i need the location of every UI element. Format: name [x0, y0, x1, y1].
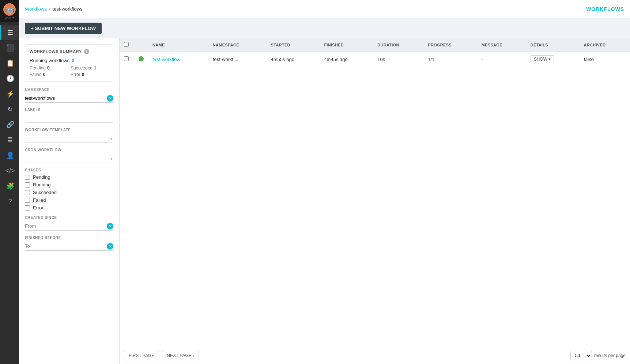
cron-workflow-select[interactable]	[25, 154, 113, 163]
namespace-input[interactable]	[25, 94, 113, 103]
col-status	[134, 38, 148, 52]
phase-failed[interactable]: Failed	[25, 197, 113, 203]
created-since-label: CREATED SINCE	[25, 216, 113, 220]
col-duration: DURATION	[373, 38, 423, 52]
puzzle-icon: 🧩	[6, 182, 14, 190]
phase-running-checkbox[interactable]	[25, 182, 30, 187]
finished-before-input[interactable]	[25, 242, 113, 251]
row-checkbox[interactable]	[124, 56, 129, 61]
stat-failed: Failed 0	[30, 72, 68, 77]
row-name: first-workflow	[148, 52, 208, 67]
namespace-clear-button[interactable]: ✕	[107, 95, 113, 102]
sidebar-item-list[interactable]: ≣	[0, 133, 19, 147]
labels-input-wrap	[25, 114, 113, 123]
created-since-input-wrap: ✕	[25, 222, 113, 231]
phases-list: Pending Running Succeeded Failed	[25, 174, 113, 211]
submit-workflow-button[interactable]: + SUBMIT NEW WORKFLOW	[25, 23, 102, 34]
sidebar-item-clock[interactable]: 🕐	[0, 71, 19, 86]
workflow-template-filter: WORKFLOW TEMPLATE ▼	[25, 128, 113, 143]
breadcrumb: Workflows / test-workflows	[25, 6, 83, 12]
namespace-filter: NAMESPACE ✕	[25, 88, 113, 103]
phases-filter: PHASES Pending Running Succeeded	[25, 168, 113, 211]
phase-error[interactable]: Error	[25, 205, 113, 211]
cron-workflow-label: CRON WORKFLOW	[25, 148, 113, 152]
dashboard-icon: ⬛	[6, 44, 14, 52]
labels-filter-label: LABELS	[25, 108, 113, 112]
sidebar-item-user[interactable]: 👤	[0, 148, 19, 163]
results-per-page-label: results per page	[594, 353, 626, 358]
finished-before-filter: FINISHED BEFORE ✕	[25, 236, 113, 251]
created-since-clear-button[interactable]: ✕	[107, 223, 113, 230]
main-content: Workflows / test-workflows WORKFLOWS + S…	[19, 0, 630, 364]
phase-pending-checkbox[interactable]	[25, 175, 30, 180]
left-panel: WORKFLOWS SUMMARY i Running workflows 0 …	[19, 38, 120, 364]
pagination-left: FIRST PAGE NEXT PAGE ›	[124, 351, 199, 360]
col-details: DETAILS	[526, 38, 580, 52]
created-since-input[interactable]	[25, 222, 113, 231]
sidebar-item-events[interactable]: 📋	[0, 56, 19, 71]
sidebar-item-signals[interactable]: ⚡	[0, 87, 19, 101]
phase-running[interactable]: Running	[25, 182, 113, 187]
phase-error-label: Error	[33, 205, 44, 211]
next-page-button[interactable]: NEXT PAGE ›	[162, 351, 199, 360]
col-message: MESSAGE	[477, 38, 526, 52]
sidebar-item-dashboard[interactable]: ⬛	[0, 41, 19, 55]
sidebar-item-webhook[interactable]: ↻	[0, 102, 19, 117]
pending-value: 0	[47, 65, 50, 71]
failed-label: Failed	[30, 72, 42, 77]
show-details-button[interactable]: SHOW ▾	[531, 55, 554, 63]
list-icon: ≣	[7, 136, 13, 144]
workflows-summary-card: WORKFLOWS SUMMARY i Running workflows 0 …	[25, 44, 113, 82]
col-finished: FINISHED	[320, 38, 373, 52]
phase-succeeded-label: Succeeded	[33, 190, 57, 195]
help-icon: ?	[8, 198, 12, 205]
row-finished: 4m45s ago	[320, 52, 373, 67]
summary-title: WORKFLOWS SUMMARY i	[30, 49, 109, 54]
phase-failed-checkbox[interactable]	[25, 198, 30, 203]
phase-succeeded-checkbox[interactable]	[25, 190, 30, 195]
col-name: NAME	[148, 38, 208, 52]
sidebar-item-plugins[interactable]: 🧩	[0, 179, 19, 193]
labels-input[interactable]	[25, 114, 113, 123]
app-logo: 🤖	[3, 3, 16, 16]
body-area: WORKFLOWS SUMMARY i Running workflows 0 …	[19, 38, 630, 364]
summary-info-icon[interactable]: i	[84, 49, 89, 54]
phase-error-checkbox[interactable]	[25, 205, 30, 211]
workflow-template-select[interactable]	[25, 134, 113, 143]
stat-succeeded: Succeeded 1	[71, 65, 109, 71]
first-page-button[interactable]: FIRST PAGE	[124, 351, 159, 360]
sidebar-item-help[interactable]: ?	[0, 194, 19, 209]
summary-running-row: Running workflows 0	[30, 58, 109, 63]
select-all-checkbox[interactable]	[124, 42, 129, 47]
table-row: first-workflow test-workfl... 4m55s ago …	[120, 52, 630, 67]
topbar: Workflows / test-workflows WORKFLOWS	[19, 0, 630, 18]
sidebar-item-menu[interactable]: ☰	[0, 25, 19, 40]
finished-before-clear-button[interactable]: ✕	[107, 243, 113, 250]
phase-pending[interactable]: Pending	[25, 174, 113, 180]
submit-section: + SUBMIT NEW WORKFLOW	[19, 18, 630, 38]
col-progress: PROGRESS	[423, 38, 477, 52]
right-content: NAME NAMESPACE STARTED FINISHED DURATION…	[120, 38, 630, 364]
error-value: 0	[82, 72, 84, 77]
breadcrumb-parent[interactable]: Workflows	[25, 6, 47, 12]
sidebar-item-link[interactable]: 🔗	[0, 117, 19, 132]
version-label: v3.5.7	[5, 16, 14, 20]
workflow-name-link[interactable]: first-workflow	[152, 57, 180, 62]
results-per-page-select[interactable]: 20 50 100	[570, 351, 592, 360]
stat-pending: Pending 0	[30, 65, 68, 71]
phase-succeeded[interactable]: Succeeded	[25, 190, 113, 195]
workflow-template-wrap: ▼	[25, 134, 113, 143]
succeeded-label: Succeeded	[71, 65, 93, 71]
col-namespace: NAMESPACE	[208, 38, 267, 52]
sidebar-item-code[interactable]: </>	[0, 163, 19, 178]
row-started: 4m55s ago	[267, 52, 320, 67]
events-icon: 📋	[6, 59, 14, 67]
summary-running: Running workflows 0	[30, 58, 74, 63]
namespace-filter-label: NAMESPACE	[25, 88, 113, 92]
row-namespace: test-workfl...	[208, 52, 267, 67]
finished-before-input-wrap: ✕	[25, 242, 113, 251]
row-progress: 1/1	[423, 52, 477, 67]
col-archived: ARCHIVED	[580, 38, 630, 52]
sidebar: 🤖 v3.5.7 ☰ ⬛ 📋 🕐 ⚡ ↻ 🔗 ≣ 👤	[0, 0, 19, 364]
workflows-table: NAME NAMESPACE STARTED FINISHED DURATION…	[120, 38, 630, 67]
